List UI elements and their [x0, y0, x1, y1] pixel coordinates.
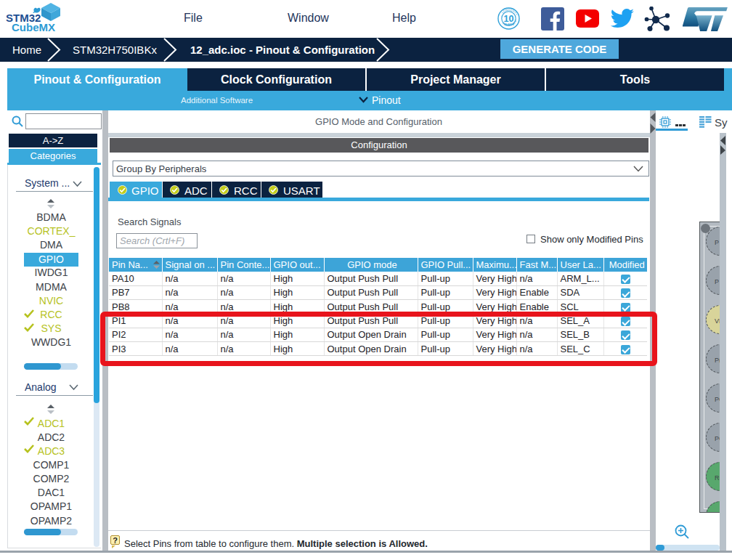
svg-text:YEARS: YEARS: [503, 23, 514, 26]
